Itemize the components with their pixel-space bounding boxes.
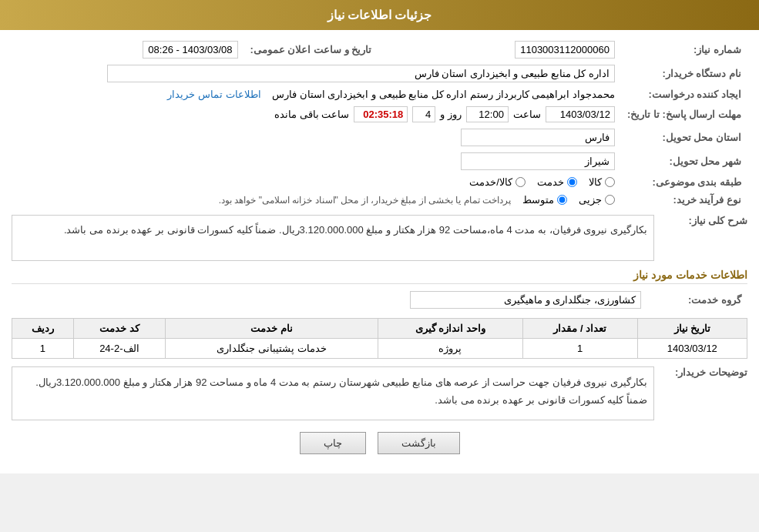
tarikh-elan-value-cell: 1403/03/08 - 08:26 bbox=[12, 38, 244, 62]
page-wrapper: جزئیات اطلاعات نیاز شماره نیاز: 11030031… bbox=[0, 0, 759, 473]
tarikh-elan-value: 1403/03/08 - 08:26 bbox=[143, 41, 237, 59]
farayand-note: پرداخت تمام یا بخشی از مبلغ خریدار، از م… bbox=[219, 195, 511, 206]
shomare-value-cell: 1103003112000060 bbox=[378, 38, 621, 62]
shahr-value-cell: شیراز bbox=[12, 149, 621, 173]
mohlat-mande-label: ساعت باقی مانده bbox=[274, 109, 349, 120]
sharh-row: شرح کلی نیاز: بکارگیری نیروی فرفیان، به … bbox=[12, 215, 747, 261]
col-tedad: تعداد / مقدار bbox=[522, 319, 637, 339]
tabaqe-kala-item: کالا bbox=[589, 176, 615, 188]
header-title: جزئیات اطلاعات نیاز bbox=[327, 8, 432, 22]
cell-naam: خدمات پشتیبانی جنگلداری bbox=[165, 339, 378, 359]
ostan-value-cell: فارس bbox=[12, 125, 621, 149]
content-area: شماره نیاز: 1103003112000060 تاریخ و ساع… bbox=[0, 30, 759, 473]
tabaqe-kala-khadamat-radio[interactable] bbox=[516, 177, 526, 187]
farayand-label: نوع فرآیند خرید: bbox=[621, 191, 747, 209]
col-radif: ردیف bbox=[12, 319, 74, 339]
farayand-motavaset-label: متوسط bbox=[522, 194, 554, 206]
grouh-label: گروه خدمت: bbox=[647, 288, 747, 312]
shahr-value: شیراز bbox=[461, 152, 615, 170]
ostan-label: استان محل تحویل: bbox=[621, 125, 747, 149]
cell-radif: 1 bbox=[12, 339, 74, 359]
shomare-value: 1103003112000060 bbox=[515, 41, 615, 59]
notes-label: توضیحات خریدار: bbox=[660, 366, 747, 378]
farayand-jozii-label: جزیی bbox=[579, 194, 602, 206]
farayand-motavaset-radio[interactable] bbox=[557, 195, 567, 205]
khadamat-title: اطلاعات خدمات مورد نیاز bbox=[12, 269, 747, 284]
farayand-radio-group: جزیی متوسط پرداخت تمام یا بخشی از مبلغ خ… bbox=[18, 194, 615, 206]
button-row: بازگشت چاپ bbox=[12, 432, 747, 454]
mohlat-rooz: 4 bbox=[412, 106, 435, 122]
col-naam: نام خدمت bbox=[165, 319, 378, 339]
cell-kod: الف-2-24 bbox=[73, 339, 165, 359]
mohlat-date: 1403/03/12 bbox=[546, 106, 615, 122]
tabaqe-khadamat-radio[interactable] bbox=[567, 177, 577, 187]
grouh-value-cell: کشاورزی، جنگلداری و ماهیگیری bbox=[12, 288, 647, 312]
col-tarikh: تاریخ نیاز bbox=[637, 319, 747, 339]
shomare-label: شماره نیاز: bbox=[621, 38, 747, 62]
farayand-motavaset-item: متوسط bbox=[522, 194, 567, 206]
mohlat-rooz-label: روز و bbox=[440, 109, 462, 120]
idad-value-cell: محمدجواد ابراهیمی کاربرداز رستم اداره کل… bbox=[12, 85, 621, 103]
tabaqe-radio-group: کالا خدمت کالا/خدمت bbox=[18, 176, 615, 188]
cell-tarikh: 1403/03/12 bbox=[637, 339, 747, 359]
tarikh-elan-label: تاریخ و ساعت اعلان عمومی: bbox=[244, 38, 378, 62]
dastgah-label: نام دستگاه خریدار: bbox=[621, 62, 747, 85]
grouh-value: کشاورزی، جنگلداری و ماهیگیری bbox=[410, 291, 641, 309]
farayand-jozii-radio[interactable] bbox=[605, 195, 615, 205]
tabaqe-kala-label: کالا bbox=[589, 176, 602, 188]
ostan-value: فارس bbox=[461, 129, 615, 146]
mohlat-row: 1403/03/12 ساعت 12:00 روز و 4 02:35:18 س… bbox=[18, 106, 615, 122]
header-bar: جزئیات اطلاعات نیاز bbox=[0, 0, 759, 30]
farayand-jozii-item: جزیی bbox=[579, 194, 615, 206]
notes-value: بکارگیری نیروی فرفیان جهت حراست از عرصه … bbox=[12, 366, 654, 420]
tabaqe-kala-radio[interactable] bbox=[605, 177, 615, 187]
tabaqe-kala-khadamat-item: کالا/خدمت bbox=[469, 176, 526, 188]
table-row: 1403/03/12 1 پروژه خدمات پشتیبانی جنگلدا… bbox=[12, 339, 747, 359]
service-table: تاریخ نیاز تعداد / مقدار واحد اندازه گیر… bbox=[12, 318, 747, 359]
farayand-value-cell: جزیی متوسط پرداخت تمام یا بخشی از مبلغ خ… bbox=[12, 191, 621, 209]
idad-label: ایجاد کننده درخواست: bbox=[621, 85, 747, 103]
mohlat-label: مهلت ارسال پاسخ: تا تاریخ: bbox=[621, 103, 747, 125]
notes-row: توضیحات خریدار: بکارگیری نیروی فرفیان جه… bbox=[12, 366, 747, 420]
sharh-value: بکارگیری نیروی فرفیان، به مدت 4 ماه،مساح… bbox=[12, 215, 654, 261]
mohlat-saat: 12:00 bbox=[466, 106, 509, 122]
mohlat-saat-label: ساعت bbox=[513, 109, 541, 120]
tabaqe-label: طبقه بندی موضوعی: bbox=[621, 173, 747, 191]
info-table-top: شماره نیاز: 1103003112000060 تاریخ و ساع… bbox=[12, 38, 747, 209]
dastgah-value: اداره کل منابع طبیعی و ابخیزداری استان ف… bbox=[107, 65, 615, 82]
tabaqe-khadamat-label: خدمت bbox=[537, 176, 564, 188]
print-button[interactable]: چاپ bbox=[300, 432, 366, 454]
tabaqe-khadamat-item: خدمت bbox=[537, 176, 577, 188]
cell-vahed: پروژه bbox=[378, 339, 523, 359]
col-vahed: واحد اندازه گیری bbox=[378, 319, 523, 339]
sharh-label: شرح کلی نیاز: bbox=[660, 215, 747, 226]
mohlat-timer: 02:35:18 bbox=[354, 106, 408, 122]
dastgah-value-cell: اداره کل منابع طبیعی و ابخیزداری استان ف… bbox=[12, 62, 621, 85]
idad-contact-link[interactable]: اطلاعات تماس خریدار bbox=[167, 89, 260, 100]
grouh-table: گروه خدمت: کشاورزی، جنگلداری و ماهیگیری bbox=[12, 288, 747, 312]
tabaqe-kala-khadamat-label: کالا/خدمت bbox=[469, 176, 512, 188]
cell-tedad: 1 bbox=[522, 339, 637, 359]
back-button[interactable]: بازگشت bbox=[378, 432, 460, 454]
tabaqe-value-cell: کالا خدمت کالا/خدمت bbox=[12, 173, 621, 191]
mohlat-row-cell: 1403/03/12 ساعت 12:00 روز و 4 02:35:18 س… bbox=[12, 103, 621, 125]
col-kod: کد خدمت bbox=[73, 319, 165, 339]
shahr-label: شهر محل تحویل: bbox=[621, 149, 747, 173]
idad-value: محمدجواد ابراهیمی کاربرداز رستم اداره کل… bbox=[272, 89, 615, 100]
